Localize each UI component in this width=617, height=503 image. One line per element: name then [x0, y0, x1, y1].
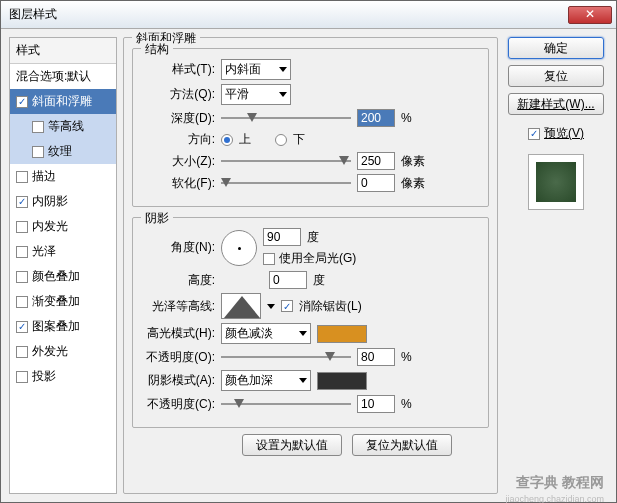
shadow-mode-select[interactable]: 颜色加深 — [221, 370, 311, 391]
highlight-opacity-slider[interactable] — [221, 350, 351, 364]
highlight-opacity-input[interactable]: 80 — [357, 348, 395, 366]
highlight-color-swatch[interactable] — [317, 325, 367, 343]
highlight-mode-label: 高光模式(H): — [141, 325, 215, 342]
altitude-input[interactable]: 0 — [269, 271, 307, 289]
sidebar-item-label: 颜色叠加 — [32, 268, 80, 285]
soften-input[interactable]: 0 — [357, 174, 395, 192]
sidebar-checkbox[interactable]: ✓ — [16, 196, 28, 208]
sidebar-checkbox[interactable] — [16, 246, 28, 258]
sidebar-item-label: 斜面和浮雕 — [32, 93, 92, 110]
altitude-unit: 度 — [313, 272, 325, 289]
close-button[interactable]: ✕ — [568, 6, 612, 24]
make-default-button[interactable]: 设置为默认值 — [242, 434, 342, 456]
chevron-down-icon — [279, 67, 287, 72]
sidebar-checkbox[interactable] — [32, 121, 44, 133]
structure-group: 结构 样式(T): 内斜面 方法(Q): 平滑 深度(D): 200 % — [132, 48, 489, 207]
highlight-opacity-label: 不透明度(O): — [141, 349, 215, 366]
sidebar-item-5[interactable]: 内发光 — [10, 214, 116, 239]
soften-label: 软化(F): — [141, 175, 215, 192]
sidebar-item-4[interactable]: ✓内阴影 — [10, 189, 116, 214]
antialias-label: 消除锯齿(L) — [299, 298, 362, 315]
contour-icon — [222, 294, 261, 319]
sidebar-item-label: 内发光 — [32, 218, 68, 235]
angle-input[interactable]: 90 — [263, 228, 301, 246]
sidebar-checkbox[interactable] — [16, 271, 28, 283]
sidebar-header: 样式 — [10, 38, 116, 64]
sidebar-item-11[interactable]: 投影 — [10, 364, 116, 389]
sidebar-item-9[interactable]: ✓图案叠加 — [10, 314, 116, 339]
sidebar-item-label: 投影 — [32, 368, 56, 385]
styles-sidebar: 样式 混合选项:默认 ✓斜面和浮雕等高线纹理描边✓内阴影内发光光泽颜色叠加渐变叠… — [9, 37, 117, 494]
sidebar-checkbox[interactable] — [16, 171, 28, 183]
shadow-color-swatch[interactable] — [317, 372, 367, 390]
depth-slider[interactable] — [221, 111, 351, 125]
sidebar-item-label: 图案叠加 — [32, 318, 80, 335]
style-label: 样式(T): — [141, 61, 215, 78]
window-title: 图层样式 — [5, 6, 568, 23]
sidebar-item-label: 等高线 — [48, 118, 84, 135]
global-light-label: 使用全局光(G) — [279, 250, 356, 267]
shadow-opacity-input[interactable]: 10 — [357, 395, 395, 413]
soften-slider[interactable] — [221, 176, 351, 190]
highlight-mode-select[interactable]: 颜色减淡 — [221, 323, 311, 344]
depth-label: 深度(D): — [141, 110, 215, 127]
method-label: 方法(Q): — [141, 86, 215, 103]
sidebar-checkbox[interactable] — [16, 296, 28, 308]
sidebar-checkbox[interactable] — [16, 221, 28, 233]
sidebar-checkbox[interactable] — [16, 371, 28, 383]
chevron-down-icon[interactable] — [267, 304, 275, 309]
shadow-mode-label: 阴影模式(A): — [141, 372, 215, 389]
sidebar-item-2[interactable]: 纹理 — [10, 139, 116, 164]
sidebar-blend-options[interactable]: 混合选项:默认 — [10, 64, 116, 89]
preview-checkbox[interactable]: ✓ — [528, 128, 540, 140]
gloss-contour-picker[interactable] — [221, 293, 261, 319]
method-select[interactable]: 平滑 — [221, 84, 291, 105]
size-input[interactable]: 250 — [357, 152, 395, 170]
sidebar-item-8[interactable]: 渐变叠加 — [10, 289, 116, 314]
sidebar-item-7[interactable]: 颜色叠加 — [10, 264, 116, 289]
sidebar-item-label: 纹理 — [48, 143, 72, 160]
shadow-opacity-slider[interactable] — [221, 397, 351, 411]
style-select[interactable]: 内斜面 — [221, 59, 291, 80]
cancel-button[interactable]: 复位 — [508, 65, 604, 87]
sidebar-checkbox[interactable]: ✓ — [16, 96, 28, 108]
shadow-opacity-label: 不透明度(C): — [141, 396, 215, 413]
preview-label: 预览(V) — [544, 125, 584, 142]
preview-thumbnail — [536, 162, 576, 202]
depth-unit: % — [401, 111, 412, 125]
sidebar-item-label: 光泽 — [32, 243, 56, 260]
new-style-button[interactable]: 新建样式(W)... — [508, 93, 604, 115]
reset-default-button[interactable]: 复位为默认值 — [352, 434, 452, 456]
sidebar-item-label: 外发光 — [32, 343, 68, 360]
ok-button[interactable]: 确定 — [508, 37, 604, 59]
angle-dial[interactable] — [221, 230, 257, 266]
direction-down-radio[interactable] — [275, 134, 287, 146]
gloss-contour-label: 光泽等高线: — [141, 298, 215, 315]
watermark-url: jiaocheng.chazidian.com — [505, 494, 604, 503]
sidebar-item-6[interactable]: 光泽 — [10, 239, 116, 264]
sidebar-checkbox[interactable] — [16, 346, 28, 358]
chevron-down-icon — [279, 92, 287, 97]
direction-up-radio[interactable] — [221, 134, 233, 146]
chevron-down-icon — [299, 331, 307, 336]
antialias-checkbox[interactable]: ✓ — [281, 300, 293, 312]
size-slider[interactable] — [221, 154, 351, 168]
chevron-down-icon — [299, 378, 307, 383]
sidebar-item-0[interactable]: ✓斜面和浮雕 — [10, 89, 116, 114]
sidebar-checkbox[interactable]: ✓ — [16, 321, 28, 333]
preview-box — [528, 154, 584, 210]
bevel-panel: 斜面和浮雕 结构 样式(T): 内斜面 方法(Q): 平滑 深度(D): 200 — [123, 37, 498, 494]
sidebar-item-1[interactable]: 等高线 — [10, 114, 116, 139]
direction-label: 方向: — [141, 131, 215, 148]
shading-legend: 阴影 — [141, 210, 173, 227]
size-label: 大小(Z): — [141, 153, 215, 170]
sidebar-item-10[interactable]: 外发光 — [10, 339, 116, 364]
angle-label: 角度(N): — [141, 239, 215, 256]
sidebar-checkbox[interactable] — [32, 146, 44, 158]
shading-group: 阴影 角度(N): 90 度 使用全局光(G) — [132, 217, 489, 428]
global-light-checkbox[interactable] — [263, 253, 275, 265]
angle-unit: 度 — [307, 229, 319, 246]
sidebar-item-3[interactable]: 描边 — [10, 164, 116, 189]
depth-input[interactable]: 200 — [357, 109, 395, 127]
sidebar-item-label: 描边 — [32, 168, 56, 185]
